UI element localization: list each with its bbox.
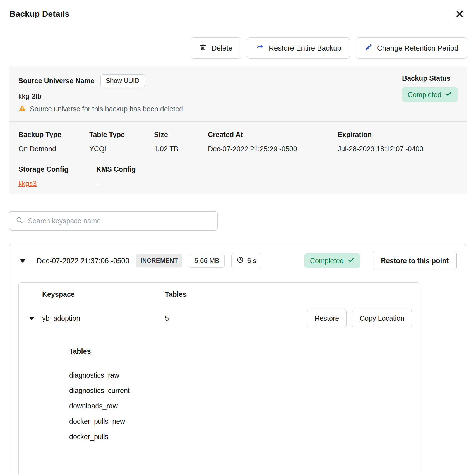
field-value: YCQL bbox=[89, 145, 154, 153]
increment-timestamp: Dec-07-2022 21:37:06 -0500 bbox=[37, 257, 129, 265]
keyspace-table: Keyspace Tables yb_adoption 5 Restore Co… bbox=[18, 282, 420, 474]
field-value: Jul-28-2023 18:12:07 -0400 bbox=[338, 145, 458, 153]
change-retention-button[interactable]: Change Retention Period bbox=[356, 37, 467, 59]
page-title: Backup Details bbox=[9, 9, 69, 19]
search-input[interactable] bbox=[28, 217, 213, 225]
restore-arrow-icon bbox=[256, 43, 264, 53]
field-table-type: Table Type YCQL bbox=[89, 131, 154, 153]
field-storage-config: Storage Config kkgs3 bbox=[18, 165, 96, 188]
increment-status-text: Completed bbox=[310, 257, 344, 265]
warning-icon bbox=[18, 104, 26, 114]
search-icon bbox=[16, 216, 23, 225]
change-retention-label: Change Retention Period bbox=[377, 44, 458, 52]
delete-button[interactable]: Delete bbox=[191, 37, 241, 59]
table-name: diagnostics_raw bbox=[69, 371, 412, 379]
field-label: Expiration bbox=[338, 131, 458, 139]
check-icon bbox=[348, 257, 354, 265]
collapse-caret-icon[interactable] bbox=[19, 259, 26, 263]
restore-entire-backup-button[interactable]: Restore Entire Backup bbox=[247, 37, 350, 59]
field-value: 1.02 TB bbox=[154, 145, 208, 153]
delete-label: Delete bbox=[211, 44, 232, 52]
warning-text: Source universe for this backup has been… bbox=[30, 105, 183, 113]
increment-duration-badge: 5 s bbox=[231, 253, 261, 268]
action-toolbar: Delete Restore Entire Backup Change Rete… bbox=[9, 37, 467, 59]
close-icon[interactable] bbox=[455, 9, 464, 18]
table-name: diagnostics_current bbox=[69, 387, 412, 395]
show-uuid-button[interactable]: Show UUID bbox=[100, 74, 145, 87]
field-label: Table Type bbox=[89, 131, 154, 139]
field-value: - bbox=[96, 179, 136, 188]
restore-keyspace-button[interactable]: Restore bbox=[307, 310, 347, 327]
table-name: docker_pulls_new bbox=[69, 417, 412, 425]
tables-section-header: Tables bbox=[65, 347, 412, 355]
keyspace-row: yb_adoption 5 Restore Copy Location bbox=[27, 305, 412, 332]
keyspace-name: yb_adoption bbox=[42, 314, 165, 322]
backup-status-block: Backup Status Completed bbox=[402, 74, 458, 114]
restore-entire-backup-label: Restore Entire Backup bbox=[269, 44, 341, 52]
modal-header: Backup Details bbox=[0, 0, 476, 28]
increment-header: Dec-07-2022 21:37:06 -0500 INCREMENT 5.6… bbox=[9, 244, 467, 270]
field-expiration: Expiration Jul-28-2023 18:12:07 -0400 bbox=[338, 131, 458, 153]
table-name: docker_pulls bbox=[69, 433, 412, 441]
keyspace-table-count: 5 bbox=[165, 314, 307, 322]
table-name: downloads_raw bbox=[69, 402, 412, 410]
universe-name: kkg-3tb bbox=[18, 92, 183, 100]
pencil-icon bbox=[365, 43, 372, 53]
field-value: Dec-07-2022 21:25:29 -0500 bbox=[208, 145, 338, 153]
check-icon bbox=[445, 90, 452, 99]
field-label: Created At bbox=[208, 131, 338, 139]
duration-text: 5 s bbox=[247, 257, 256, 265]
backup-summary-panel: Source Universe Name Show UUID kkg-3tb S… bbox=[9, 66, 467, 194]
status-text: Completed bbox=[408, 91, 441, 99]
field-kms-config: KMS Config - bbox=[96, 165, 136, 188]
field-size: Size 1.02 TB bbox=[154, 131, 208, 153]
field-label: Storage Config bbox=[18, 165, 96, 173]
source-universe-block: Source Universe Name Show UUID kkg-3tb S… bbox=[18, 74, 183, 114]
field-backup-type: Backup Type On Demand bbox=[18, 131, 89, 153]
copy-location-button[interactable]: Copy Location bbox=[352, 310, 412, 327]
source-universe-label: Source Universe Name bbox=[18, 77, 94, 85]
backup-status-label: Backup Status bbox=[402, 74, 451, 82]
field-label: Size bbox=[154, 131, 208, 139]
field-created-at: Created At Dec-07-2022 21:25:29 -0500 bbox=[208, 131, 338, 153]
increment-type-badge: INCREMENT bbox=[136, 254, 182, 267]
increment-size-badge: 5.66 MB bbox=[189, 254, 225, 268]
trash-icon bbox=[199, 43, 207, 53]
tables-column-header: Tables bbox=[165, 290, 412, 298]
restore-to-this-point-button[interactable]: Restore to this point bbox=[373, 252, 457, 270]
keyspace-column-header: Keyspace bbox=[42, 290, 165, 298]
increment-card: Dec-07-2022 21:37:06 -0500 INCREMENT 5.6… bbox=[9, 244, 467, 474]
tables-section: Tables diagnostics_raw diagnostics_curre… bbox=[65, 347, 412, 441]
field-label: KMS Config bbox=[96, 165, 136, 173]
status-badge: Completed bbox=[402, 87, 458, 102]
backup-fields: Backup Type On Demand Table Type YCQL Si… bbox=[9, 122, 467, 194]
tables-list: diagnostics_raw diagnostics_current down… bbox=[65, 371, 412, 441]
keyspace-table-header: Keyspace Tables bbox=[27, 283, 412, 305]
field-label: Backup Type bbox=[18, 131, 89, 139]
clock-icon bbox=[237, 256, 244, 265]
increment-status-badge: Completed bbox=[304, 253, 360, 268]
storage-config-link[interactable]: kkgs3 bbox=[18, 179, 96, 188]
row-caret-icon[interactable] bbox=[29, 317, 35, 320]
field-value: On Demand bbox=[18, 145, 89, 153]
keyspace-search bbox=[9, 211, 218, 231]
